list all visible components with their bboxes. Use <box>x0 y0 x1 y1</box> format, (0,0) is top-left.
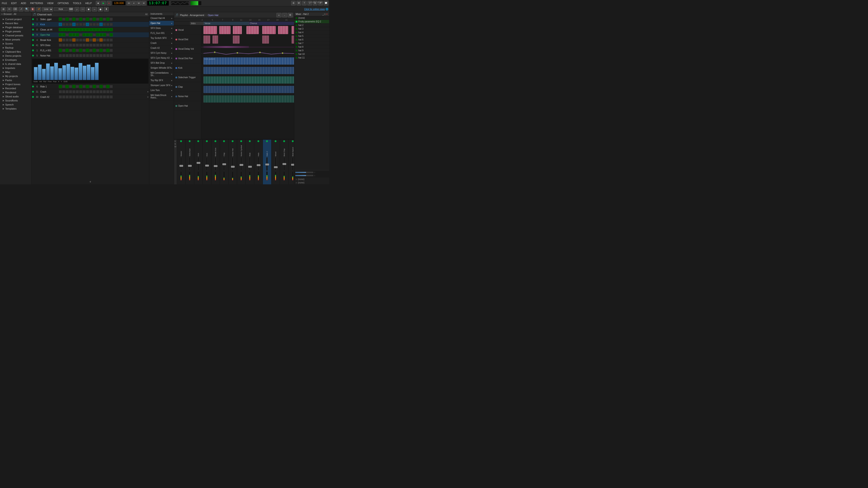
pad[interactable] <box>59 49 62 52</box>
pad[interactable] <box>99 23 103 26</box>
pad[interactable] <box>79 90 82 93</box>
pad[interactable] <box>62 38 65 41</box>
pad[interactable] <box>83 85 86 88</box>
play-button[interactable]: ▶ <box>101 1 106 5</box>
pad[interactable] <box>86 38 89 41</box>
list-item-ma-constellations[interactable]: MA Constellations Sh.. ▸ <box>149 70 174 78</box>
clip[interactable] <box>291 26 294 34</box>
pad[interactable] <box>89 85 92 88</box>
list-item[interactable]: MA StaticShock Retro.. ▸ <box>149 93 174 100</box>
list-item[interactable]: Closed Hat #4 ▸ <box>149 16 174 21</box>
select-btn[interactable]: ↗ <box>19 7 24 11</box>
pad[interactable] <box>86 90 89 93</box>
clip[interactable] <box>204 76 294 84</box>
mixer-fader-track[interactable] <box>292 157 293 171</box>
track-label-noise-hat[interactable]: Noise Hat <box>174 92 201 101</box>
pad[interactable] <box>62 90 65 93</box>
pad[interactable] <box>110 28 113 31</box>
crash2-plus[interactable]: + <box>147 96 149 98</box>
pad[interactable] <box>86 49 89 52</box>
mixer-channel[interactable]: Clap <box>220 140 228 184</box>
pad[interactable] <box>62 43 65 47</box>
mixer-channel[interactable]: Break Kick <box>211 140 220 184</box>
pad[interactable] <box>110 95 113 98</box>
table-row[interactable]: 5 Noise Hat <box>32 53 149 58</box>
pad[interactable] <box>76 85 79 88</box>
instrument-select[interactable]: Kick <box>54 7 68 11</box>
pad[interactable] <box>76 43 79 47</box>
mixer-fader-track[interactable] <box>189 157 190 171</box>
seq-bar[interactable] <box>62 65 66 80</box>
list-item-crash2[interactable]: Crash #2 ▸ <box>149 46 174 51</box>
pad[interactable] <box>79 28 82 31</box>
list-item[interactable]: Toy Rip SFX ▸ <box>149 78 174 83</box>
pad[interactable] <box>110 85 113 88</box>
tempo-display[interactable]: 128.000 <box>112 1 126 5</box>
pad[interactable] <box>89 23 92 26</box>
mode-32-btn[interactable]: 32 <box>127 1 131 5</box>
mode-select[interactable]: Line <box>42 7 53 11</box>
pad[interactable] <box>72 90 75 93</box>
mixer-channel[interactable]: Noise Hat <box>228 140 237 184</box>
seq-bar[interactable] <box>74 68 78 80</box>
mode-4-btn[interactable]: 4 <box>131 1 136 5</box>
pad[interactable] <box>66 85 69 88</box>
pad[interactable] <box>89 28 92 31</box>
mixer-channel[interactable]: Hats <box>254 140 263 184</box>
pad[interactable] <box>72 49 75 52</box>
pad[interactable] <box>106 54 110 57</box>
inst-menu-icon[interactable]: ▸ <box>171 84 173 87</box>
pad[interactable] <box>69 28 72 31</box>
pad[interactable] <box>59 43 62 47</box>
list-item[interactable]: hat 7 <box>294 41 329 45</box>
pad[interactable] <box>103 95 106 98</box>
pad[interactable] <box>106 49 110 52</box>
pad[interactable] <box>76 54 79 57</box>
table-row[interactable]: 30 Crash #2 <box>32 94 149 100</box>
pad[interactable] <box>83 90 86 93</box>
pad[interactable] <box>79 95 82 98</box>
pad[interactable] <box>89 49 92 52</box>
inst-menu-icon[interactable]: ▸ <box>171 89 173 92</box>
pad[interactable] <box>66 33 69 36</box>
pad[interactable] <box>99 54 103 57</box>
mixer-fader-track[interactable] <box>275 157 276 171</box>
send-fader[interactable] <box>295 172 313 173</box>
pad[interactable] <box>62 49 65 52</box>
list-item[interactable]: hat 9 <box>294 49 329 53</box>
list-item[interactable]: Fruity parametric EQ 2 <box>294 20 329 24</box>
playlist-zoom-in[interactable]: + <box>276 13 281 18</box>
menu-add[interactable]: ADD <box>20 1 27 5</box>
pad[interactable] <box>59 33 62 36</box>
volume-bar[interactable] <box>190 1 202 5</box>
sidebar-item-clipboard[interactable]: ▶ Clipboard files <box>0 50 31 54</box>
pad[interactable] <box>69 49 72 52</box>
pad[interactable] <box>76 90 79 93</box>
menu-file[interactable]: FILE <box>1 1 8 5</box>
track-label-vocal-dist-pan[interactable]: Vocal Dist Pan <box>174 54 201 63</box>
mixer-channel[interactable]: Wood <box>272 140 280 184</box>
pad[interactable] <box>103 85 106 88</box>
list-item[interactable]: Smigen Whistle SFX ▸ <box>149 66 174 70</box>
list-item[interactable]: hat 4 <box>294 31 329 34</box>
pad[interactable] <box>69 54 72 57</box>
seq-bar[interactable] <box>38 65 41 80</box>
sidebar-item-impulses[interactable]: ▶ Impulses <box>0 66 31 70</box>
pad[interactable] <box>72 28 75 31</box>
table-row[interactable]: 4 Break Kick <box>32 37 149 43</box>
pad[interactable] <box>89 54 92 57</box>
pad[interactable] <box>69 23 72 26</box>
rp-maximize-btn[interactable]: □ <box>324 13 326 15</box>
pad[interactable] <box>59 54 62 57</box>
pad[interactable] <box>72 54 75 57</box>
inst-menu-icon[interactable]: ▸ <box>171 17 173 20</box>
pad[interactable] <box>93 23 96 26</box>
seq-bar[interactable] <box>87 65 90 80</box>
mute-btn[interactable]: 🔇 <box>30 7 35 11</box>
pad[interactable] <box>59 90 62 93</box>
pad[interactable] <box>99 33 103 36</box>
pad[interactable] <box>62 95 65 98</box>
mixer-fader-track[interactable] <box>180 157 182 171</box>
pad[interactable] <box>89 95 92 98</box>
pad[interactable] <box>76 95 79 98</box>
